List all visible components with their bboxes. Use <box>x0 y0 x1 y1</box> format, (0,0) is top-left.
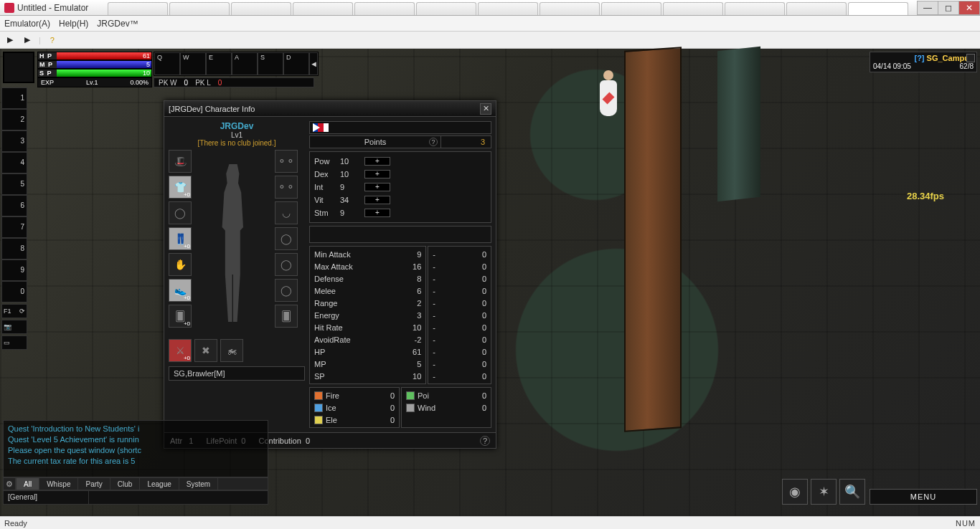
equip-weapon[interactable]: ⚔+0 <box>169 339 192 362</box>
equip-gloves[interactable]: ✋ <box>169 253 192 276</box>
help-icon[interactable]: ? <box>480 436 490 446</box>
chat-tab-whisper[interactable]: Whispe <box>39 478 78 490</box>
chat-tab-party[interactable]: Party <box>78 478 110 490</box>
increase-vit[interactable]: + <box>364 196 390 204</box>
exp-bar: EXP Lv.1 0.00% <box>37 77 152 87</box>
sp-bar: S P 10 <box>37 69 152 77</box>
increase-dex[interactable]: + <box>364 170 390 178</box>
tab-stub[interactable] <box>540 2 600 15</box>
tab-stub[interactable] <box>848 2 908 15</box>
os-titlebar: Untitled - Emulator — ◻ ✕ <box>0 0 980 16</box>
record-icon[interactable]: ◉ <box>782 479 808 505</box>
tab-stub[interactable] <box>169 2 230 15</box>
skill-slot-e[interactable]: E <box>206 52 232 75</box>
equip-bottom[interactable]: 👖+0 <box>169 227 192 250</box>
tab-stub[interactable] <box>108 2 168 15</box>
increase-pow[interactable]: + <box>364 157 390 166</box>
equip-earring1[interactable]: ⚬⚬ <box>275 150 298 173</box>
location-box[interactable]: [?] SG_Campus 04/14 09:0562/8 <box>870 52 977 72</box>
chat-tab-system[interactable]: System <box>179 478 218 490</box>
tab-stub[interactable] <box>354 2 415 15</box>
tab-stub[interactable] <box>786 2 847 15</box>
item-slot-5[interactable]: 5 <box>1 173 27 195</box>
tab-stub[interactable] <box>416 2 476 15</box>
tab-stub[interactable] <box>601 2 661 15</box>
item-slot-9[interactable]: 9 <box>1 259 27 281</box>
menu-button[interactable]: MENU <box>870 489 977 505</box>
menu-emulator[interactable]: Emulator(A) <box>4 19 50 29</box>
equip-top[interactable]: 👕+0 <box>169 176 192 199</box>
npc-character[interactable] <box>595 70 621 135</box>
close-icon[interactable]: ✕ <box>480 103 491 115</box>
chat-tab-league[interactable]: League <box>140 478 179 490</box>
equip-necklace[interactable]: ◡ <box>275 201 298 224</box>
chat-line: Please open the quest window (shortc <box>8 445 263 456</box>
play-button[interactable]: ▶ <box>4 34 16 46</box>
item-slot-6[interactable]: 6 <box>1 195 27 216</box>
search-icon[interactable]: 🔍 <box>839 479 865 505</box>
skill-slot-w[interactable]: W <box>180 52 206 75</box>
equip-offhand[interactable]: ✖ <box>194 339 217 362</box>
equip-ring2[interactable]: ◯ <box>275 279 298 302</box>
equip-bracelet[interactable]: ◯ <box>275 227 298 250</box>
item-slot-2[interactable]: 2 <box>1 109 27 130</box>
lock-slot[interactable]: ▭ <box>1 335 27 350</box>
pillar <box>717 47 760 201</box>
equip-head[interactable]: 🎩 <box>169 150 192 173</box>
chat-line: Quest 'Introduction to New Students' i <box>8 424 263 434</box>
tab-stub[interactable] <box>663 2 723 15</box>
skill-slot-d[interactable]: D <box>283 52 309 75</box>
help-icon[interactable]: ? <box>47 34 58 46</box>
item-slot-0[interactable]: 0 <box>1 281 27 302</box>
player-count: 62/8 <box>960 62 974 70</box>
f1-slot[interactable]: F1⟳ <box>1 304 27 318</box>
item-slot-3[interactable]: 3 <box>1 130 27 152</box>
equip-earring2[interactable]: ⚬⚬ <box>275 176 298 199</box>
avatar-slot[interactable] <box>3 52 34 83</box>
maximize-button[interactable]: ◻ <box>938 1 959 15</box>
menu-jrgdev[interactable]: JRGDev™ <box>97 19 138 29</box>
chat-tab-club[interactable]: Club <box>110 478 141 490</box>
item-slot-8[interactable]: 8 <box>1 238 27 259</box>
minimize-button[interactable]: — <box>917 1 938 15</box>
chat-tab-all[interactable]: All <box>17 478 39 490</box>
skill-collapse-icon[interactable]: ◄ <box>309 52 318 75</box>
panel-title-text: [JRGDev] Character Info <box>169 105 255 113</box>
target-icon[interactable]: ✶ <box>811 479 837 505</box>
equip-vehicle[interactable]: 🏍 <box>220 339 243 362</box>
camera-slot[interactable]: 📷 <box>1 320 27 334</box>
character-info-panel: [JRGDev] Character Info ✕ JRGDev Lv1 [Th… <box>164 100 496 449</box>
hp-bar: H P 61 <box>37 52 152 60</box>
panel-titlebar[interactable]: [JRGDev] Character Info ✕ <box>164 101 496 117</box>
tab-stub[interactable] <box>478 2 538 15</box>
skill-slot-s[interactable]: S <box>258 52 283 75</box>
chat-log[interactable]: Quest 'Introduction to New Students' i Q… <box>3 420 268 477</box>
item-slot-4[interactable]: 4 <box>1 152 27 173</box>
increase-stm[interactable]: + <box>364 209 390 217</box>
equip-card[interactable]: 🂠+0 <box>169 305 192 328</box>
chat-settings-icon[interactable]: ⚙ <box>3 477 16 490</box>
chat-input[interactable] <box>89 490 268 505</box>
close-button[interactable]: ✕ <box>958 1 980 15</box>
equip-belt[interactable]: ◯ <box>169 201 192 224</box>
tab-stub[interactable] <box>293 2 353 15</box>
skill-slot-q[interactable]: Q <box>154 52 180 75</box>
status-ready: Ready <box>4 519 27 528</box>
game-viewport[interactable]: 28.34fps H P 61 M P 5 S P 10 EXP Lv.1 0.… <box>0 49 980 516</box>
play-button-2[interactable]: ▶ <box>22 34 33 46</box>
equip-shoes[interactable]: 👟+0 <box>169 279 192 302</box>
ice-icon <box>314 404 323 412</box>
chat-channel-select[interactable]: [General] <box>3 490 89 505</box>
minimize-icon[interactable] <box>966 54 975 62</box>
item-slot-1[interactable]: 1 <box>1 87 27 109</box>
menu-help[interactable]: Help(H) <box>59 19 88 29</box>
equip-card2[interactable]: 🂠 <box>275 305 298 328</box>
increase-int[interactable]: + <box>364 183 390 191</box>
item-slot-7[interactable]: 7 <box>1 216 27 238</box>
skill-slot-a[interactable]: A <box>232 52 258 75</box>
tab-stub[interactable] <box>725 2 785 15</box>
fire-icon <box>314 391 323 400</box>
equip-ring1[interactable]: ◯ <box>275 253 298 276</box>
tab-stub[interactable] <box>231 2 291 15</box>
help-icon[interactable]: ? <box>429 138 438 146</box>
